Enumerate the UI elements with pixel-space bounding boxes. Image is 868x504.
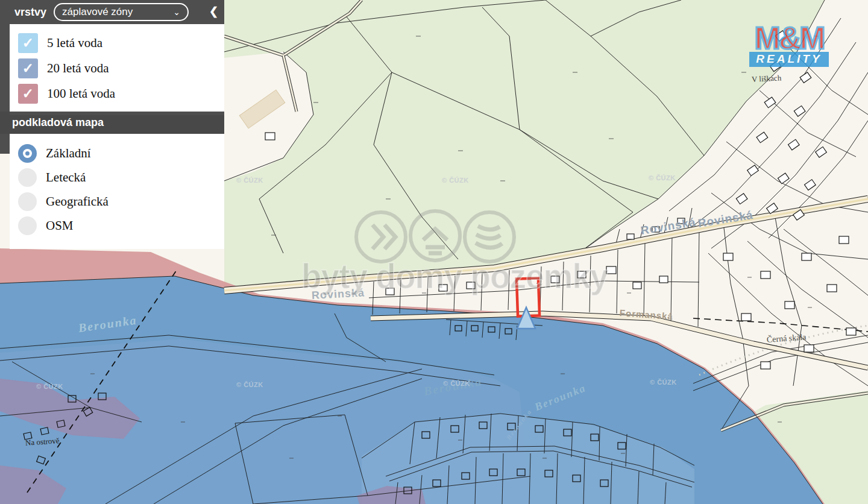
radio-osm[interactable] [18,216,37,235]
basemap-option-osm[interactable]: OSM [18,216,224,235]
basemap-option-letecka[interactable]: Letecká [18,168,224,187]
logo-mm-text: M&M [749,24,829,52]
chevron-down-icon: ⌄ [173,7,180,17]
basemap-option-label: Základní [46,146,91,161]
collapse-panel-icon[interactable]: ❮ [209,5,218,18]
radio-zakladni-selected[interactable] [18,144,37,163]
panel-header: vrstvy záplavové zóny ⌄ ❮ [0,0,224,24]
checkbox-5y-checked[interactable] [18,33,38,53]
flood-layer-label: 20 letá voda [47,61,109,76]
basemap-header-label: podkladová mapa [12,116,104,129]
radio-letecka[interactable] [18,168,37,187]
flood-layer-row-100y[interactable]: 100 letá voda [18,84,224,104]
basemap-card: Základní Letecká Geografická OSM [10,134,224,249]
basemap-option-label: Letecká [46,170,86,185]
mm-reality-logo: M&M REALITY [749,24,829,67]
basemap-option-label: OSM [46,218,74,233]
checkbox-100y-checked[interactable] [18,84,38,104]
layer-type-dropdown[interactable]: záplavové zóny ⌄ [54,3,189,21]
basemap-option-geograficka[interactable]: Geografická [18,192,224,211]
flood-layer-label: 100 letá voda [47,86,115,101]
flood-layer-label: 5 letá voda [47,36,102,51]
logo-reality-text: REALITY [749,52,829,67]
flood-layer-row-5y[interactable]: 5 letá voda [18,33,224,53]
flood-layers-card: 5 letá voda 20 letá voda 100 letá voda [10,24,224,115]
radio-geograficka[interactable] [18,192,37,211]
map-viewport: Rovinská Rovinská Rovinská Formanská Čer… [0,0,868,504]
checkbox-20y-checked[interactable] [18,58,38,78]
basemap-header-bar: podkladová mapa [0,112,224,134]
flood-layer-row-20y[interactable]: 20 letá voda [18,58,224,78]
basemap-option-label: Geografická [46,194,108,209]
basemap-option-zakladni[interactable]: Základní [18,144,224,163]
layer-type-dropdown-value: záplavové zóny [62,6,133,18]
panel-title: vrstvy [14,6,46,19]
